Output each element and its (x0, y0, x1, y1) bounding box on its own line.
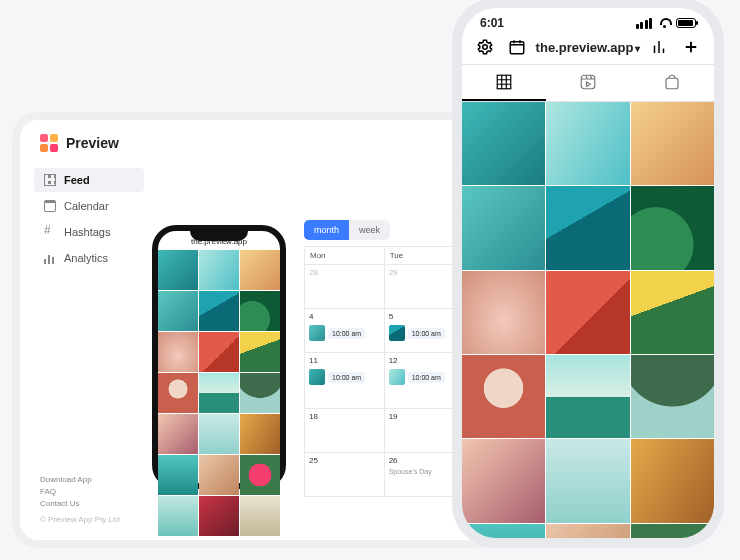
footer-links: Download App FAQ Contact Us © Preview Ap… (40, 474, 120, 526)
sidebar-item-analytics[interactable]: Analytics (34, 246, 144, 270)
feed-thumb[interactable] (546, 271, 629, 354)
calendar-cell[interactable]: 5 10:00 am (384, 309, 464, 353)
sidebar: Feed Calendar Hashtags Analytics (34, 168, 144, 272)
feed-grid (462, 102, 714, 538)
tab-saved[interactable] (630, 65, 714, 101)
tab-grid[interactable] (462, 65, 546, 101)
feed-thumb[interactable] (631, 186, 714, 269)
feed-thumb[interactable] (631, 524, 714, 538)
mobile-phone: 6:01 the.preview.app▾ (462, 8, 714, 538)
day-header: Tue (384, 247, 464, 265)
calendar-cell[interactable]: 25 (305, 452, 385, 496)
feed-thumb[interactable] (462, 271, 545, 354)
mini-feed-grid (158, 250, 280, 536)
event-sub: Spouse's Day (389, 468, 460, 475)
sidebar-item-calendar[interactable]: Calendar (34, 194, 144, 218)
mini-phone-preview: the.preview.app (152, 225, 286, 489)
toggle-month[interactable]: month (304, 220, 349, 240)
feed-thumb[interactable] (462, 186, 545, 269)
calendar-cell[interactable]: 18 (305, 408, 385, 452)
sidebar-item-label: Analytics (64, 252, 108, 264)
grid-icon (495, 73, 513, 91)
calendar-cell[interactable]: 26 Spouse's Day (384, 452, 464, 496)
calendar-cell[interactable]: 11 10:00 am (305, 353, 385, 409)
post-thumb (389, 325, 405, 341)
svg-rect-1 (510, 42, 524, 54)
signal-icon (636, 18, 653, 29)
footer-link[interactable]: Download App (40, 474, 120, 486)
feed-thumb[interactable] (546, 439, 629, 522)
feed-thumb[interactable] (462, 102, 545, 185)
copyright: © Preview App Pty Ltd (40, 514, 120, 526)
toggle-week[interactable]: week (349, 220, 390, 240)
day-header: Mon (305, 247, 385, 265)
post-thumb (309, 325, 325, 341)
shop-icon (663, 73, 681, 91)
post-thumb (389, 369, 405, 385)
calendar-icon (44, 200, 56, 212)
plus-icon[interactable] (682, 38, 700, 56)
feed-thumb[interactable] (462, 439, 545, 522)
svg-rect-4 (666, 78, 678, 89)
svg-point-0 (483, 45, 488, 50)
feed-thumb[interactable] (546, 186, 629, 269)
wifi-icon (657, 18, 671, 28)
sidebar-item-label: Calendar (64, 200, 109, 212)
app-top-bar: the.preview.app▾ (462, 32, 714, 64)
preview-logo-icon (40, 134, 58, 152)
username-dropdown[interactable]: the.preview.app▾ (536, 40, 641, 55)
feed-thumb[interactable] (631, 271, 714, 354)
gear-icon[interactable] (476, 38, 494, 56)
feed-thumb[interactable] (631, 439, 714, 522)
footer-link[interactable]: FAQ (40, 486, 120, 498)
feed-thumb[interactable] (462, 355, 545, 438)
phone-notch (190, 229, 248, 241)
feed-tabs (462, 64, 714, 102)
sidebar-item-label: Hashtags (64, 226, 110, 238)
post-thumb (309, 369, 325, 385)
calendar-icon[interactable] (508, 38, 526, 56)
sidebar-item-label: Feed (64, 174, 90, 186)
status-bar: 6:01 (462, 8, 714, 32)
calendar-cell[interactable]: 28 (305, 265, 385, 309)
app-title: Preview (66, 135, 119, 151)
feed-thumb[interactable] (631, 355, 714, 438)
calendar-cell[interactable]: 29 (384, 265, 464, 309)
calendar-cell[interactable]: 4 10:00 am (305, 309, 385, 353)
tab-reels[interactable] (546, 65, 630, 101)
calendar-view-toggle[interactable]: month week (304, 220, 390, 240)
feed-thumb[interactable] (546, 102, 629, 185)
chart-icon (44, 252, 56, 264)
svg-rect-3 (581, 75, 595, 89)
feed-thumb[interactable] (546, 355, 629, 438)
calendar-cell[interactable]: 12 10:00 am (384, 353, 464, 409)
username: the.preview.app (536, 40, 634, 55)
status-time: 6:01 (480, 16, 504, 30)
chevron-down-icon: ▾ (635, 43, 640, 54)
sidebar-item-hashtags[interactable]: Hashtags (34, 220, 144, 244)
time-pill: 10:00 am (408, 328, 445, 339)
feed-thumb[interactable] (546, 524, 629, 538)
footer-link[interactable]: Contact Us (40, 498, 120, 510)
svg-rect-2 (497, 75, 511, 89)
calendar-cell[interactable]: 19 (384, 408, 464, 452)
time-pill: 10:00 am (408, 372, 445, 383)
time-pill: 10:00 am (328, 328, 365, 339)
sidebar-item-feed[interactable]: Feed (34, 168, 144, 192)
analytics-icon[interactable] (650, 38, 668, 56)
reels-icon (579, 73, 597, 91)
hash-icon (44, 226, 56, 238)
battery-icon (676, 18, 696, 28)
time-pill: 10:00 am (328, 372, 365, 383)
grid-icon (44, 174, 56, 186)
feed-thumb[interactable] (631, 102, 714, 185)
